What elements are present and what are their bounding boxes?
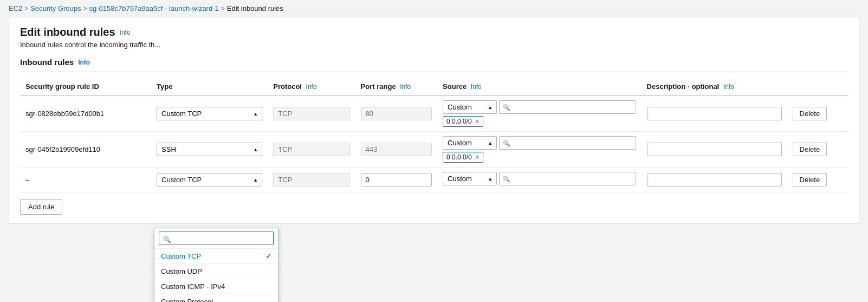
delete-button[interactable]: Delete [793,143,827,156]
cell-rule-id: – [20,168,151,192]
cidr-tag: 0.0.0.0/0× [443,116,483,127]
description-input[interactable] [647,173,782,187]
cell-protocol: TCP [268,132,355,168]
dropdown-item-check-icon: ✓ [265,252,271,260]
breadcrumb-ec2[interactable]: EC2 [9,4,22,12]
th-desc-info[interactable]: Info [723,83,734,91]
table-row: sgr-045f2b19909efd110SSHTCP443Custom🔍0.0… [20,132,848,168]
cell-description [642,95,787,132]
breadcrumb-security-groups[interactable]: Security Groups [30,4,81,12]
section-header: Inbound rules Info [20,57,848,72]
th-protocol-info[interactable]: Info [306,83,317,91]
th-actions [787,78,848,95]
cell-actions: Delete [787,95,848,132]
page-title-row: Edit inbound rules Info [20,26,848,38]
cell-port: 80 [355,95,437,132]
type-select-input[interactable]: Custom TCP [157,107,262,120]
description-input[interactable] [647,143,782,156]
delete-button[interactable]: Delete [793,173,827,187]
th-description: Description - optional Info [642,78,787,95]
cell-port: 443 [355,132,437,168]
cidr-tag-label: 0.0.0.0/0 [446,118,472,125]
page-info-link[interactable]: Info [120,29,131,36]
cell-source: Custom🔍0.0.0.0/0× [437,95,642,132]
dropdown-list: Custom TCP✓Custom UDPCustom ICMP - IPv4C… [154,249,278,302]
cidr-tag-label: 0.0.0.0/0 [446,153,472,161]
dropdown-search-input[interactable] [159,232,274,245]
th-source-info[interactable]: Info [471,83,482,91]
dropdown-search-icon: 🔍 [163,236,171,243]
breadcrumb-sep-2: > [83,5,87,12]
th-rule-id: Security group rule ID [20,78,151,95]
source-type-row: Custom🔍 [443,172,636,185]
cell-protocol: TCP [268,95,355,132]
cidr-tag-row: 0.0.0.0/0× [443,116,636,127]
dropdown-item[interactable]: Custom Protocol [154,294,278,302]
cidr-tag-remove-button[interactable]: × [475,153,480,161]
breadcrumb-current: Edit inbound rules [227,4,283,12]
source-type-select-wrapper: Custom [443,136,497,150]
cell-description [642,132,787,168]
source-type-select[interactable]: Custom [443,136,497,150]
cell-type: Custom TCP▲ [151,168,268,192]
source-search-input[interactable] [499,136,636,150]
cell-type: SSH [151,132,268,168]
dropdown-search-container: 🔍 [154,228,278,249]
page-subtitle: Inbound rules control the incoming traff… [20,41,848,49]
dropdown-item[interactable]: Custom UDP [154,264,278,279]
add-rule-button[interactable]: Add rule [20,199,62,215]
source-type-select[interactable]: Custom [443,172,497,185]
breadcrumb-sep-1: > [24,5,28,12]
type-select-input[interactable]: SSH [157,143,262,156]
table-row: sgr-0828ebb59e17d00b1Custom TCPTCP80Cust… [20,95,848,132]
main-content: Edit inbound rules Info Inbound rules co… [9,17,859,224]
source-search-wrapper: 🔍 [499,136,636,150]
type-select-wrapper: Custom TCP▲ [157,173,262,187]
dropdown-item-label: Custom TCP [161,252,201,260]
type-bottom-input[interactable]: Custom TCP [157,173,262,187]
source-search-wrapper: 🔍 [499,172,636,185]
th-type: Type [151,78,268,95]
cell-actions: Delete [787,168,848,192]
breadcrumb: EC2 > Security Groups > sg-0158c7b797a9a… [0,0,868,17]
type-select: Custom TCP [157,107,262,120]
port-input[interactable] [361,173,432,187]
cidr-tag: 0.0.0.0/0× [443,152,483,163]
th-protocol: Protocol Info [268,78,355,95]
section-heading: Inbound rules [20,57,74,67]
cell-rule-id: sgr-0828ebb59e17d00b1 [20,95,151,132]
breadcrumb-sg-id[interactable]: sg-0158c7b797a9aa5cf - launch-wizard-1 [89,4,219,12]
section-info-link[interactable]: Info [78,59,90,66]
dropdown-item[interactable]: Custom TCP✓ [154,249,278,264]
cell-port [355,168,437,192]
source-search-input[interactable] [499,100,636,114]
cell-source: Custom🔍 [437,168,642,192]
cell-source: Custom🔍0.0.0.0/0× [437,132,642,168]
source-type-select-wrapper: Custom [443,172,497,185]
breadcrumb-sep-3: > [221,5,225,12]
dropdown-item-label: Custom ICMP - IPv4 [161,282,225,291]
cidr-tag-remove-button[interactable]: × [475,118,480,125]
source-search-input[interactable] [499,172,636,185]
dropdown-item[interactable]: Custom ICMP - IPv4 [154,279,278,294]
table-header-row: Security group rule ID Type Protocol Inf… [20,78,848,95]
type-dropdown: 🔍 Custom TCP✓Custom UDPCustom ICMP - IPv… [154,228,278,302]
th-port-info[interactable]: Info [400,83,411,91]
cell-description [642,168,787,192]
source-search-wrapper: 🔍 [499,100,636,114]
source-type-row: Custom🔍 [443,100,636,114]
port-value: 443 [361,143,432,156]
table-row: –Custom TCP▲TCPCustom🔍Delete [20,168,848,192]
source-type-select[interactable]: Custom [443,100,497,114]
th-port: Port range Info [355,78,437,95]
description-input[interactable] [647,107,782,120]
cell-protocol: TCP [268,168,355,192]
source-type-select-wrapper: Custom [443,100,497,114]
port-value: 80 [361,107,432,120]
page-wrapper: EC2 > Security Groups > sg-0158c7b797a9a… [0,0,868,302]
rules-table: Security group rule ID Type Protocol Inf… [20,78,848,192]
dropdown-item-label: Custom Protocol [161,298,213,302]
cidr-tag-row: 0.0.0.0/0× [443,152,636,163]
cell-actions: Delete [787,132,848,168]
delete-button[interactable]: Delete [793,107,827,120]
